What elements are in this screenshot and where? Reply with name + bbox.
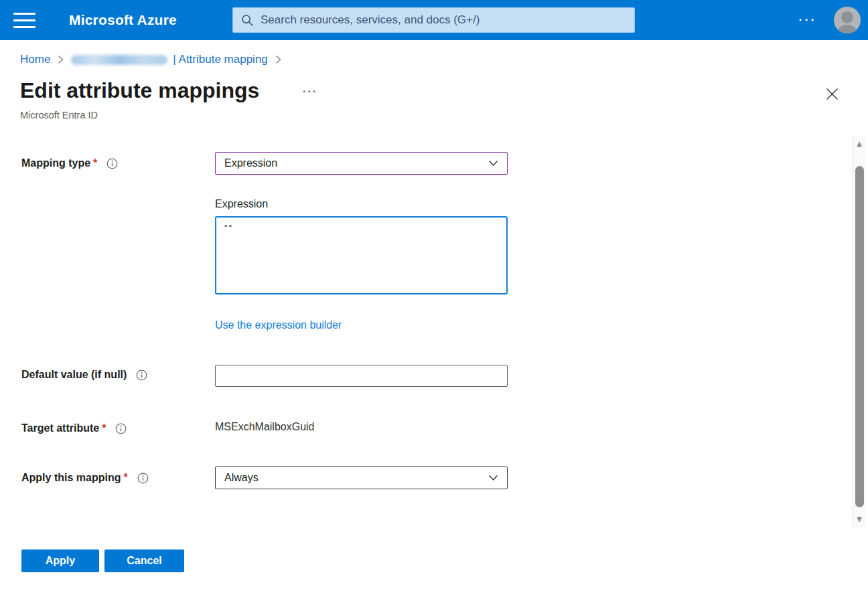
close-panel-button[interactable] xyxy=(822,84,842,104)
breadcrumb-attribute-mapping-link[interactable]: | Attribute mapping xyxy=(173,53,267,66)
mapping-type-dropdown[interactable]: Expression xyxy=(215,152,508,175)
breadcrumb-redacted-segment[interactable] xyxy=(71,55,167,65)
info-icon[interactable] xyxy=(115,423,127,434)
mapping-type-label: Mapping type xyxy=(21,157,90,169)
chevron-right-icon xyxy=(58,55,64,64)
expression-label: Expression xyxy=(215,198,268,210)
target-attribute-value: MSExchMailboxGuid xyxy=(215,421,315,433)
required-asterisk: * xyxy=(123,472,127,484)
close-icon xyxy=(826,88,839,100)
mapping-type-value: Expression xyxy=(224,157,277,169)
apply-mapping-label: Apply this mapping xyxy=(21,472,121,484)
default-value-input[interactable] xyxy=(215,365,508,387)
avatar-person-icon xyxy=(841,11,853,23)
vertical-scrollbar[interactable]: ▲ ▼ xyxy=(852,136,866,527)
apply-mapping-value: Always xyxy=(224,472,259,484)
top-bar: Microsoft Azure ··· xyxy=(0,0,868,40)
topbar-more-button[interactable]: ··· xyxy=(793,0,822,40)
expression-textarea[interactable]: "" xyxy=(215,216,508,294)
apply-mapping-dropdown[interactable]: Always xyxy=(215,467,508,489)
page-title: Edit attribute mappings xyxy=(20,78,259,103)
search-icon xyxy=(241,14,254,27)
apply-mapping-label-row: Apply this mapping * xyxy=(21,471,149,485)
breadcrumb-home-link[interactable]: Home xyxy=(20,53,50,66)
chevron-right-icon xyxy=(275,55,281,64)
info-icon[interactable] xyxy=(136,369,147,381)
search-input[interactable] xyxy=(261,13,626,27)
chevron-down-icon xyxy=(488,475,498,481)
scroll-down-icon[interactable]: ▼ xyxy=(853,516,866,523)
info-icon[interactable] xyxy=(106,158,118,169)
azure-portal-screen: Microsoft Azure ··· Home | Attribute map… xyxy=(0,0,868,593)
cancel-button[interactable]: Cancel xyxy=(104,549,184,572)
required-asterisk: * xyxy=(102,422,106,434)
default-value-label: Default value (if null) xyxy=(21,369,127,381)
target-attribute-label: Target attribute xyxy=(21,422,99,434)
chevron-down-icon xyxy=(488,160,498,167)
target-attribute-label-row: Target attribute * xyxy=(21,421,127,436)
breadcrumb: Home | Attribute mapping xyxy=(20,52,289,68)
scroll-up-icon[interactable]: ▲ xyxy=(853,141,866,147)
scrollbar-thumb[interactable] xyxy=(855,166,864,507)
info-icon[interactable] xyxy=(137,473,149,484)
panel-more-button[interactable]: ··· xyxy=(303,86,317,98)
expression-builder-link[interactable]: Use the expression builder xyxy=(215,319,342,331)
account-avatar[interactable] xyxy=(834,7,861,33)
brand-title[interactable]: Microsoft Azure xyxy=(69,0,177,40)
mapping-type-label-row: Mapping type * xyxy=(21,156,118,171)
apply-button[interactable]: Apply xyxy=(21,549,99,572)
hamburger-menu-icon[interactable] xyxy=(13,13,35,28)
panel-subtitle: Microsoft Entra ID xyxy=(20,110,98,120)
global-search[interactable] xyxy=(232,7,635,33)
default-value-label-row: Default value (if null) xyxy=(21,367,147,382)
required-asterisk: * xyxy=(93,157,97,169)
